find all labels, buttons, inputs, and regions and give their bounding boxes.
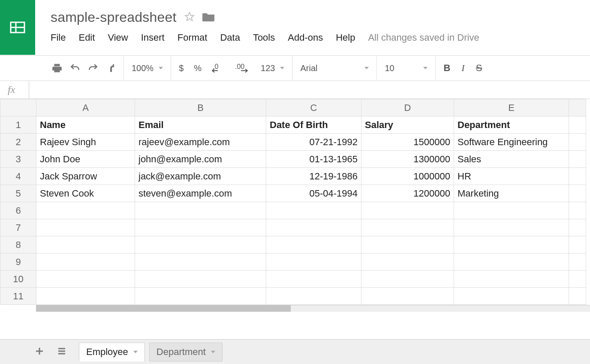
sheet-tab-employee[interactable]: Employee [79, 343, 145, 361]
cell[interactable]: 1000000 [361, 168, 454, 185]
cell[interactable]: Sales [454, 151, 569, 168]
cell[interactable] [266, 219, 361, 236]
cell[interactable]: Jack Sparrow [36, 168, 135, 185]
cell[interactable] [569, 271, 586, 288]
italic-button[interactable]: I [461, 63, 464, 74]
percent-button[interactable]: % [194, 63, 202, 73]
app-brand[interactable] [0, 0, 35, 55]
cell[interactable] [266, 271, 361, 288]
fontsize-dropdown[interactable]: 10 [385, 63, 427, 73]
cell[interactable]: Email [135, 116, 266, 134]
all-sheets-button[interactable] [57, 346, 67, 358]
row-header[interactable]: 3 [0, 151, 36, 168]
menu-file[interactable]: File [51, 32, 66, 43]
undo-icon[interactable] [69, 63, 81, 74]
menu-edit[interactable]: Edit [78, 32, 95, 43]
cell[interactable] [266, 254, 361, 271]
row-header[interactable]: 7 [0, 219, 36, 236]
menu-tools[interactable]: Tools [253, 32, 275, 43]
cell[interactable] [454, 202, 569, 219]
cell[interactable] [454, 288, 569, 305]
row-header[interactable]: 10 [0, 271, 36, 288]
cell[interactable]: Marketing [454, 185, 569, 202]
cell[interactable] [36, 219, 135, 236]
cell[interactable] [569, 202, 586, 219]
cell[interactable]: Salary [361, 116, 454, 134]
cell[interactable] [454, 219, 569, 236]
cell[interactable] [569, 185, 586, 202]
cell[interactable] [569, 116, 586, 134]
formula-input[interactable] [29, 81, 590, 98]
row-header[interactable]: 2 [0, 134, 36, 151]
cell[interactable] [36, 271, 135, 288]
cell[interactable] [454, 236, 569, 254]
bold-button[interactable]: B [443, 63, 450, 74]
cell[interactable]: Name [36, 116, 135, 134]
cell[interactable] [361, 271, 454, 288]
cell[interactable] [569, 254, 586, 271]
cell[interactable] [36, 254, 135, 271]
cell[interactable] [361, 236, 454, 254]
row-header[interactable]: 1 [0, 116, 36, 134]
corner-cell[interactable] [0, 99, 36, 116]
decrease-decimal-icon[interactable]: .0 [212, 62, 225, 74]
col-header[interactable] [569, 99, 586, 116]
scroll-thumb[interactable] [36, 305, 291, 312]
cell[interactable] [569, 219, 586, 236]
cell[interactable] [569, 134, 586, 151]
cell[interactable] [569, 236, 586, 254]
star-icon[interactable] [184, 12, 195, 23]
cell[interactable]: Rajeev Singh [36, 134, 135, 151]
cell[interactable]: 07-21-1992 [266, 134, 361, 151]
print-icon[interactable] [51, 63, 63, 74]
row-header[interactable]: 4 [0, 168, 36, 185]
menu-view[interactable]: View [108, 32, 128, 43]
cell[interactable]: 12-19-1986 [266, 168, 361, 185]
grid[interactable]: ABCDE1NameEmailDate Of BirthSalaryDepart… [0, 99, 586, 305]
cell[interactable] [266, 202, 361, 219]
cell[interactable]: 1300000 [361, 151, 454, 168]
cell[interactable]: Steven Cook [36, 185, 135, 202]
col-header[interactable]: C [266, 99, 361, 116]
cell[interactable]: HR [454, 168, 569, 185]
cell[interactable]: rajeev@example.com [135, 134, 266, 151]
col-header[interactable]: A [36, 99, 135, 116]
cell[interactable] [36, 202, 135, 219]
col-header[interactable]: D [361, 99, 454, 116]
cell[interactable] [36, 288, 135, 305]
increase-decimal-icon[interactable]: .00 [235, 62, 250, 74]
cell[interactable]: steven@example.com [135, 185, 266, 202]
cell[interactable]: 01-13-1965 [266, 151, 361, 168]
row-header[interactable]: 11 [0, 288, 36, 305]
zoom-dropdown[interactable]: 100% [132, 63, 163, 73]
number-format-dropdown[interactable]: 123 [261, 63, 284, 73]
strike-button[interactable]: S [476, 63, 482, 74]
cell[interactable]: John Doe [36, 151, 135, 168]
cell[interactable] [361, 202, 454, 219]
row-header[interactable]: 6 [0, 202, 36, 219]
row-header[interactable]: 9 [0, 254, 36, 271]
currency-button[interactable]: $ [179, 63, 184, 73]
cell[interactable]: 1500000 [361, 134, 454, 151]
paint-format-icon[interactable] [105, 63, 116, 74]
cell[interactable]: jack@example.com [135, 168, 266, 185]
cell[interactable] [569, 151, 586, 168]
cell[interactable]: 1200000 [361, 185, 454, 202]
row-header[interactable]: 5 [0, 185, 36, 202]
cell[interactable] [135, 202, 266, 219]
cell[interactable] [361, 219, 454, 236]
font-dropdown[interactable]: Arial [300, 63, 369, 73]
sheet-tab-department[interactable]: Department [149, 343, 223, 361]
cell[interactable] [135, 288, 266, 305]
cell[interactable] [569, 288, 586, 305]
cell[interactable] [454, 254, 569, 271]
col-header[interactable]: B [135, 99, 266, 116]
document-title[interactable]: sample-spreadsheet [51, 9, 177, 25]
cell[interactable]: Software Engineering [454, 134, 569, 151]
menu-addons[interactable]: Add-ons [288, 32, 323, 43]
col-header[interactable]: E [454, 99, 569, 116]
cell[interactable] [36, 236, 135, 254]
cell[interactable] [361, 254, 454, 271]
cell[interactable] [135, 219, 266, 236]
cell[interactable]: Date Of Birth [266, 116, 361, 134]
